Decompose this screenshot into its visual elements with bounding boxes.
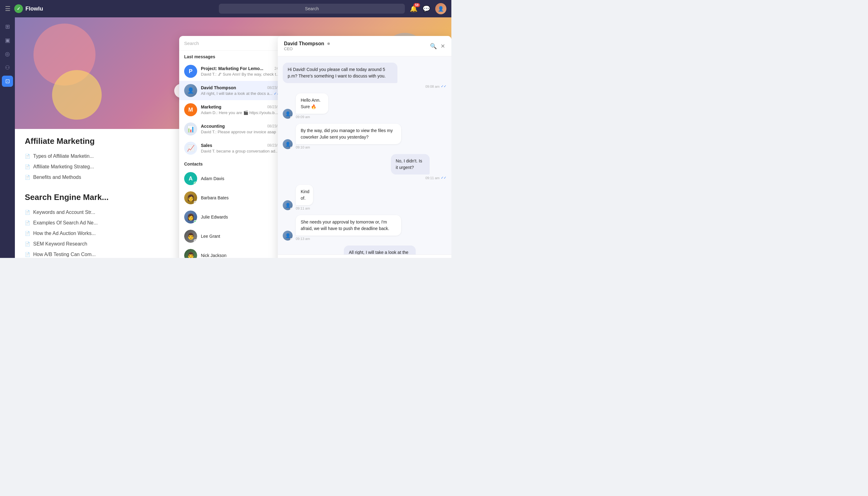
- message-item-accounting[interactable]: 📊 Accounting 08/23/2022 David T.: Please…: [179, 119, 291, 139]
- contact-avatar-barbara: 👩: [184, 191, 197, 204]
- msg-avatar-accounting: 📊: [184, 122, 197, 136]
- contact-name-adam: Adam Davis: [201, 176, 224, 181]
- main-layout: ⊞ ▣ ◎ ⚇ ⊡ Marketing Fundamentals, strate…: [0, 17, 451, 258]
- sender-avatar: 👤: [283, 109, 293, 119]
- msg-content: Accounting 08/23/2022 David T.: Please a…: [201, 124, 286, 134]
- chat-input-area: Ctrl+Enter 📎 😊 ➤: [278, 254, 451, 258]
- contacts-title: Contacts: [179, 158, 291, 169]
- chat-user-role: CEO: [284, 46, 330, 51]
- msg-avatar-sales: 📈: [184, 142, 197, 155]
- chat-bubble: She needs your approval by tomorrow or, …: [296, 215, 401, 236]
- user-avatar[interactable]: 👤: [435, 3, 446, 14]
- contact-item-nick[interactable]: 👨 Nick Jackson: [179, 246, 291, 258]
- notifications-bell[interactable]: 🔔 59: [410, 5, 418, 12]
- menu-icon[interactable]: ☰: [5, 5, 11, 12]
- message-item-david-thompson[interactable]: 👤 David Thompson 08/23/2022 All right, I…: [179, 81, 291, 100]
- msg-header: Sales 08/23/2022: [201, 143, 286, 148]
- chat-user-info: David Thompson CEO: [284, 41, 330, 51]
- notification-count: 59: [414, 3, 420, 7]
- chat-bubble: Hi David! Could you please call me today…: [283, 63, 398, 83]
- nav-actions: 🔔 59 💬 👤: [410, 3, 446, 14]
- contact-avatar-adam: A: [184, 172, 197, 185]
- message-item-marketing[interactable]: M Marketing 08/23/2022 Adam D.: Here you…: [179, 100, 291, 119]
- msg-header: David Thompson 08/23/2022: [201, 85, 286, 90]
- msg-content: Project: Marketing For Lemo... 24 aug Da…: [201, 66, 286, 77]
- sender-status: [290, 208, 293, 210]
- sidebar-item-tasks[interactable]: ▣: [2, 35, 13, 46]
- msg-header: Marketing 08/23/2022: [201, 105, 286, 109]
- contact-item-barbara[interactable]: 👩 Barbara Bates: [179, 188, 291, 207]
- sidebar-item-contacts[interactable]: ⚇: [2, 62, 13, 73]
- chat-bubble-meta: 09:11 am: [296, 206, 320, 210]
- contact-name-barbara: Barbara Bates: [201, 195, 229, 200]
- msg-content: Sales 08/23/2022 David T. became a group…: [201, 143, 286, 153]
- chat-bubble-meta: 09:11 am ✓✓: [391, 176, 446, 180]
- chat-message-incoming: 👤 By the way, did you manage to view the…: [283, 124, 446, 149]
- online-status-indicator: [194, 220, 197, 223]
- online-status-indicator: [194, 182, 197, 185]
- sidebar: ⊞ ▣ ◎ ⚇ ⊡: [0, 17, 15, 258]
- msg-name: Project: Marketing For Lemo...: [201, 66, 263, 71]
- app-name: Flowlu: [26, 5, 43, 12]
- check-icon: ✓✓: [441, 84, 446, 88]
- sidebar-item-knowledge[interactable]: ⊡: [2, 76, 13, 87]
- msg-avatar-marketing: M: [184, 103, 197, 116]
- sender-status: [290, 146, 293, 149]
- doc-icon: 📄: [25, 231, 30, 236]
- contact-name-julie: Julie Edwards: [201, 215, 228, 219]
- contact-avatar-julie: 👩: [184, 211, 197, 223]
- sender-status: [290, 116, 293, 119]
- contact-item-julie[interactable]: 👩 Julie Edwards: [179, 207, 291, 227]
- sidebar-item-crm[interactable]: ◎: [2, 48, 13, 60]
- doc-icon: 📄: [25, 175, 30, 180]
- chat-bubble: By the way, did you manage to view the f…: [296, 124, 401, 144]
- doc-icon: 📄: [25, 242, 30, 246]
- sender-status: [290, 238, 293, 241]
- chat-bubble: Hello Ann. Sure 🔥: [296, 93, 328, 114]
- chat-panel: David Thompson CEO 🔍 ✕: [278, 36, 451, 258]
- chat-bubble: All right, I will take a look at the doc…: [344, 246, 416, 254]
- msg-preview: David T.: 🖇 Sure Ann! By the way, check …: [201, 72, 286, 77]
- logo-icon: ✓: [14, 4, 23, 13]
- message-item-sales[interactable]: 📈 Sales 08/23/2022 David T. became a gro…: [179, 139, 291, 158]
- chat-status-dot: [327, 43, 330, 45]
- msg-header: Project: Marketing For Lemo... 24 aug: [201, 66, 286, 71]
- contact-name-lee: Lee Grant: [201, 234, 220, 239]
- chat-icon[interactable]: 💬: [422, 5, 430, 12]
- chat-header: David Thompson CEO 🔍 ✕: [278, 36, 451, 57]
- msg-content: Marketing 08/23/2022 Adam D.: Here you a…: [201, 105, 286, 115]
- chat-message-outgoing: All right, I will take a look at the doc…: [283, 246, 446, 254]
- messages-search-input[interactable]: [184, 41, 276, 46]
- app-logo[interactable]: ✓ Flowlu: [14, 4, 43, 13]
- sidebar-item-home[interactable]: ⊞: [2, 21, 13, 32]
- sender-avatar: 👤: [283, 231, 293, 241]
- msg-preview: All right, I will take a look at the doc…: [201, 91, 286, 96]
- last-messages-title: Last messages: [179, 50, 291, 62]
- chat-close-button[interactable]: ✕: [440, 43, 445, 50]
- chat-bubble-meta: 09:13 am: [296, 237, 446, 241]
- message-item-project-marketing[interactable]: P Project: Marketing For Lemo... 24 aug …: [179, 62, 291, 81]
- chat-user-name: David Thompson: [284, 41, 324, 46]
- messages-panel: 👥 Last messages P Project: Marketing For…: [179, 36, 291, 258]
- doc-icon: 📄: [25, 210, 30, 215]
- msg-content: David Thompson 08/23/2022 All right, I w…: [201, 85, 286, 96]
- msg-name: David Thompson: [201, 85, 236, 90]
- offline-status-indicator: [194, 201, 197, 204]
- contact-item-adam[interactable]: A Adam Davis: [179, 169, 291, 188]
- msg-avatar-project: P: [184, 65, 197, 78]
- top-navigation: ☰ ✓ Flowlu Search 🔔 59 💬 👤: [0, 0, 451, 17]
- msg-name: Marketing: [201, 105, 221, 109]
- contact-item-lee[interactable]: 👨 Lee Grant: [179, 227, 291, 246]
- nav-search-bar[interactable]: Search: [219, 4, 405, 14]
- chat-message-incoming: 👤 Hello Ann. Sure 🔥 09:09 am: [283, 93, 446, 119]
- check-icon: ✓✓: [441, 176, 446, 180]
- doc-icon: 📄: [25, 252, 30, 257]
- msg-preview: David T.: Please approve our invoice asa…: [201, 129, 286, 134]
- chat-bubble-meta: 09:09 am: [296, 115, 342, 119]
- sender-avatar: 👤: [283, 139, 293, 149]
- content-area: Marketing Fundamentals, strategies, me..…: [15, 17, 451, 258]
- chat-search-button[interactable]: 🔍: [430, 43, 437, 50]
- chat-message-incoming: 👤 Kind of. 09:11 am: [283, 185, 446, 210]
- chat-messages: Hi David! Could you please call me today…: [278, 57, 451, 254]
- chat-message-outgoing: No, I didn't. Is it urgent? 09:11 am ✓✓: [283, 154, 446, 180]
